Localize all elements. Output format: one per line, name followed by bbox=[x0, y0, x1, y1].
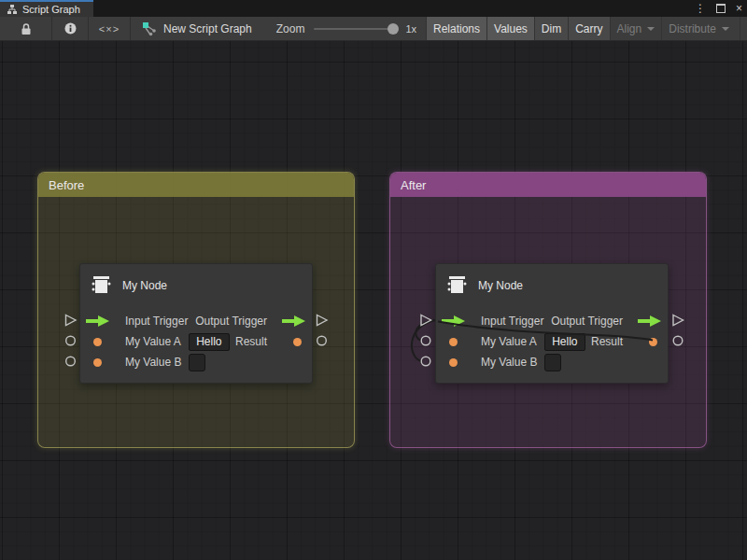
tab-script-graph[interactable]: Script Graph bbox=[0, 0, 93, 17]
zoom-slider[interactable] bbox=[314, 28, 396, 30]
port-row-value-b: My Value B bbox=[80, 352, 312, 372]
flow-arrow-icon bbox=[282, 315, 306, 327]
node-after[interactable]: My Node Input Trigger Output Trigger bbox=[435, 263, 669, 384]
node-before[interactable]: My Node Input Trigger Output Trigger bbox=[79, 263, 313, 384]
toolbar-buttons: Relations Values Dim Carry Align Distrib… bbox=[426, 17, 747, 41]
port-row-value-a: My Value A Hello Result bbox=[436, 331, 668, 352]
value-b-label: My Value B bbox=[125, 356, 181, 369]
toggle-carry[interactable]: Carry bbox=[568, 17, 609, 41]
node-header: My Node bbox=[90, 274, 167, 296]
result-port[interactable] bbox=[630, 338, 662, 346]
group-before-title: Before bbox=[49, 178, 84, 192]
toggle-values[interactable]: Values bbox=[486, 17, 534, 41]
graph-breadcrumb[interactable]: New Script Graph bbox=[131, 21, 263, 36]
value-port-icon bbox=[449, 358, 458, 367]
flow-arrow-icon bbox=[638, 315, 662, 327]
lock-button[interactable] bbox=[0, 17, 51, 41]
value-port-icon bbox=[93, 338, 102, 346]
value-b-checkbox[interactable] bbox=[189, 354, 205, 371]
info-button[interactable] bbox=[52, 17, 88, 41]
maximize-icon[interactable] bbox=[716, 4, 726, 13]
zoom-value: 1x bbox=[405, 23, 416, 35]
unit-node-icon bbox=[90, 274, 112, 296]
chevron-down-icon bbox=[647, 27, 655, 31]
port-row-triggers: Input Trigger Output Trigger bbox=[80, 311, 312, 331]
node-ports: Input Trigger Output Trigger My Value A … bbox=[80, 311, 312, 372]
lock-icon bbox=[21, 22, 32, 35]
dropdown-align[interactable]: Align bbox=[610, 17, 662, 41]
tab-bar: Script Graph ⋮ × bbox=[0, 0, 747, 17]
flow-arrow-icon bbox=[442, 315, 466, 327]
value-a-port[interactable] bbox=[442, 338, 473, 346]
group-after-header[interactable]: After bbox=[390, 173, 706, 197]
input-trigger-port[interactable] bbox=[442, 315, 473, 327]
value-a-port[interactable] bbox=[86, 338, 118, 346]
code-view-button[interactable]: <×> bbox=[89, 17, 130, 41]
flow-arrow-icon bbox=[86, 315, 110, 327]
output-trigger-port[interactable] bbox=[630, 315, 662, 327]
zoom-label: Zoom bbox=[276, 22, 305, 35]
zoom-slider-knob[interactable] bbox=[388, 23, 399, 35]
value-a-label: My Value A bbox=[481, 335, 537, 348]
toggle-relations[interactable]: Relations bbox=[426, 17, 486, 41]
input-trigger-label: Input Trigger bbox=[125, 315, 188, 328]
value-port-icon bbox=[649, 338, 657, 346]
group-before-header[interactable]: Before bbox=[38, 173, 354, 197]
value-b-port[interactable] bbox=[86, 358, 118, 367]
script-graph-icon bbox=[142, 21, 157, 36]
info-icon bbox=[64, 22, 77, 35]
value-b-port[interactable] bbox=[442, 358, 473, 367]
value-port-icon bbox=[93, 358, 102, 367]
value-port-icon bbox=[449, 338, 458, 346]
input-trigger-port[interactable] bbox=[86, 315, 118, 327]
output-trigger-label: Output Trigger bbox=[195, 315, 267, 328]
port-row-value-a: My Value A Hello Result bbox=[80, 331, 312, 352]
overview-button[interactable]: Overview bbox=[740, 17, 747, 41]
port-row-value-b: My Value B bbox=[436, 352, 668, 372]
node-title: My Node bbox=[478, 279, 523, 292]
node-title: My Node bbox=[122, 279, 167, 292]
value-port-icon bbox=[293, 338, 302, 346]
port-row-triggers: Input Trigger Output Trigger bbox=[436, 311, 668, 331]
unity-script-graph-window: Script Graph ⋮ × <×> bbox=[0, 0, 747, 560]
window-controls: ⋮ × bbox=[695, 0, 742, 17]
value-b-label: My Value B bbox=[481, 356, 537, 369]
code-icon: <×> bbox=[99, 23, 120, 35]
value-a-input[interactable]: Hello bbox=[544, 333, 585, 351]
chevron-down-icon bbox=[722, 27, 729, 31]
dropdown-distribute[interactable]: Distribute bbox=[661, 17, 736, 41]
close-icon[interactable]: × bbox=[736, 0, 742, 17]
result-port[interactable] bbox=[275, 338, 306, 346]
result-label: Result bbox=[235, 335, 267, 348]
value-a-input[interactable]: Hello bbox=[189, 333, 230, 351]
value-a-label: My Value A bbox=[125, 335, 181, 348]
value-b-checkbox[interactable] bbox=[544, 354, 561, 371]
graph-toolbar: <×> New Script Graph Zoom 1x Relations V… bbox=[0, 17, 747, 41]
zoom-control: Zoom 1x bbox=[276, 22, 426, 35]
group-after-title: After bbox=[401, 178, 426, 192]
graph-hierarchy-icon bbox=[7, 4, 18, 15]
toggle-dim[interactable]: Dim bbox=[534, 17, 568, 41]
graph-canvas[interactable]: Before After My Node bbox=[0, 41, 747, 560]
node-header: My Node bbox=[445, 274, 523, 296]
output-trigger-port[interactable] bbox=[275, 315, 306, 327]
tab-label: Script Graph bbox=[22, 2, 80, 17]
dropdown-align-label: Align bbox=[617, 22, 642, 35]
graph-title: New Script Graph bbox=[163, 22, 252, 35]
input-trigger-label: Input Trigger bbox=[481, 315, 543, 328]
result-label: Result bbox=[591, 335, 623, 348]
dropdown-distribute-label: Distribute bbox=[669, 22, 716, 35]
kebab-menu-icon[interactable]: ⋮ bbox=[695, 0, 706, 17]
output-trigger-label: Output Trigger bbox=[551, 315, 623, 328]
unit-node-icon bbox=[445, 274, 468, 296]
node-ports: Input Trigger Output Trigger My Value A … bbox=[436, 311, 668, 372]
